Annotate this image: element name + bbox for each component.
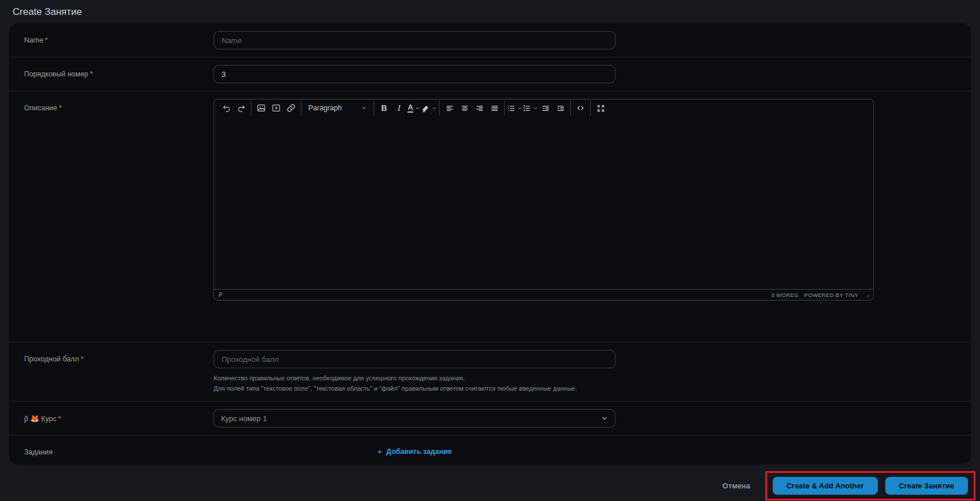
editor-toolbar: Paragraph B I A — [214, 99, 873, 117]
insert-link-button[interactable] — [284, 101, 299, 115]
passing-score-label: Проходной балл* — [24, 350, 214, 363]
outdent-icon — [541, 104, 550, 113]
form-row-name: Name* — [9, 24, 971, 57]
editor-statusbar: P 0 WORDS POWERED BY TINY — [214, 289, 873, 300]
element-path: P — [219, 292, 223, 298]
required-asterisk: * — [58, 415, 61, 423]
name-input[interactable] — [214, 31, 615, 49]
order-label: Порядковый номер* — [24, 65, 214, 78]
create-button[interactable]: Create Занятие — [885, 477, 968, 495]
bold-icon: B — [381, 103, 387, 113]
bullet-list-icon — [507, 104, 516, 113]
chevron-down-icon — [415, 106, 420, 111]
align-center-button[interactable] — [457, 101, 472, 115]
italic-icon: I — [398, 103, 401, 113]
tiny-branding[interactable]: POWERED BY TINY — [804, 292, 858, 298]
resize-handle-icon[interactable] — [864, 292, 870, 298]
bullet-list-button[interactable] — [507, 101, 522, 115]
chevron-down-icon — [533, 106, 538, 111]
form-row-tasks: Задания + Добавить задание — [9, 435, 971, 464]
align-center-icon — [460, 104, 469, 113]
course-selected-value: Курс номер 1 — [221, 414, 267, 423]
required-asterisk: * — [81, 355, 84, 363]
text-color-button[interactable]: A — [406, 101, 421, 115]
insert-media-button[interactable] — [269, 101, 284, 115]
required-asterisk: * — [45, 36, 48, 44]
align-left-button[interactable] — [442, 101, 457, 115]
fullscreen-icon — [596, 104, 605, 113]
page-title: Create Занятие — [0, 0, 980, 24]
required-asterisk: * — [90, 70, 93, 78]
helper-line: Для полей типа "текстовое поле", "тексто… — [214, 384, 788, 394]
passing-score-input[interactable] — [214, 350, 615, 368]
align-justify-icon — [490, 104, 499, 113]
source-code-button[interactable] — [573, 101, 588, 115]
passing-score-helper: Количество правильных ответов, необходим… — [214, 373, 788, 394]
cancel-button[interactable]: Отмена — [716, 478, 756, 494]
redo-icon — [237, 104, 246, 113]
media-icon — [272, 103, 281, 113]
undo-icon — [222, 104, 231, 113]
align-left-icon — [446, 104, 454, 113]
editor-content-area[interactable] — [214, 117, 873, 289]
required-asterisk: * — [59, 104, 62, 112]
code-icon — [576, 103, 585, 113]
undo-button[interactable] — [219, 101, 234, 115]
numbered-list-icon — [522, 104, 531, 113]
align-justify-button[interactable] — [487, 101, 502, 115]
paragraph-format-dropdown[interactable]: Paragraph — [304, 101, 371, 115]
numbered-list-button[interactable] — [522, 101, 538, 115]
course-select[interactable]: Курс номер 1 — [214, 409, 615, 427]
chevron-down-icon — [517, 106, 522, 111]
align-right-icon — [475, 104, 484, 113]
chevron-down-icon — [361, 105, 367, 111]
image-icon — [257, 103, 266, 113]
text-color-icon: A — [408, 103, 413, 113]
create-and-add-another-button[interactable]: Create & Add Another — [773, 477, 878, 495]
align-right-button[interactable] — [472, 101, 487, 115]
form-row-passing-score: Проходной балл* Количество правильных от… — [9, 342, 971, 401]
chevron-down-icon — [601, 415, 608, 422]
chevron-down-icon — [432, 106, 437, 111]
helper-line: Количество правильных ответов, необходим… — [214, 373, 788, 384]
description-label: Описание* — [24, 99, 214, 112]
highlighter-icon — [421, 104, 430, 113]
name-label: Name* — [24, 31, 214, 44]
form-row-order: Порядковый номер* — [9, 57, 971, 91]
highlight-color-button[interactable] — [421, 101, 437, 115]
add-task-button[interactable]: + Добавить задание — [377, 446, 452, 456]
insert-image-button[interactable] — [254, 101, 269, 115]
course-label: β 🦊 Курс* — [24, 409, 214, 423]
order-input[interactable] — [214, 65, 615, 83]
word-count: 0 WORDS — [772, 292, 799, 298]
fullscreen-button[interactable] — [593, 101, 608, 115]
form-row-description: Описание* Paragraph — [9, 91, 971, 342]
add-task-label: Добавить задание — [386, 448, 452, 456]
plus-icon: + — [377, 446, 382, 456]
indent-button[interactable] — [553, 101, 568, 115]
italic-button[interactable]: I — [392, 101, 406, 115]
indent-icon — [556, 104, 565, 113]
create-form-card: Name* Порядковый номер* Описание* — [9, 24, 971, 464]
tasks-label: Задания — [24, 443, 214, 456]
redo-button[interactable] — [234, 101, 249, 115]
rich-text-editor: Paragraph B I A — [214, 99, 874, 300]
form-actions: Отмена Create & Add Another Create Занят… — [0, 464, 980, 500]
annotation-highlight-box: Create & Add Another Create Занятие — [765, 471, 975, 500]
form-row-course: β 🦊 Курс* Курс номер 1 — [9, 401, 971, 435]
outdent-button[interactable] — [538, 101, 553, 115]
link-icon — [286, 103, 296, 113]
bold-button[interactable]: B — [377, 101, 392, 115]
